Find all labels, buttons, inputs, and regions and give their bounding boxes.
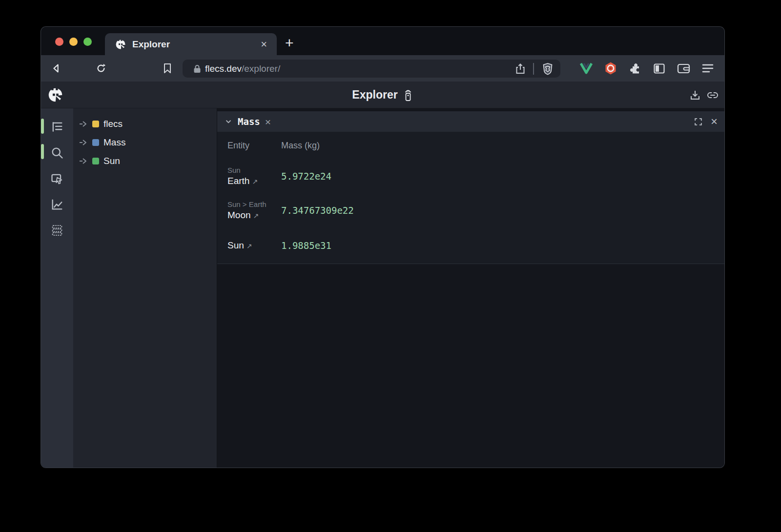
- traffic-lights: [55, 38, 92, 46]
- mass-value: 7.34767309e22: [281, 205, 354, 216]
- wallet-icon[interactable]: [677, 62, 690, 74]
- lock-icon: [193, 64, 201, 73]
- link-icon[interactable]: [707, 89, 719, 101]
- mass-value: 1.9885e31: [281, 240, 331, 251]
- tree-item-label: Sun: [103, 156, 120, 166]
- share-icon[interactable]: [515, 63, 525, 75]
- tree-panel-icon[interactable]: [49, 119, 65, 135]
- extension-icons: [580, 55, 714, 82]
- entity-parent-path: Sun > Earth: [227, 200, 281, 208]
- chevron-down-icon[interactable]: [224, 117, 233, 126]
- sidebar-toggle-icon[interactable]: [653, 62, 665, 75]
- browser-toolbar: flecs.dev/explorer/: [41, 55, 724, 82]
- tab-bar: Explorer × +: [41, 27, 724, 55]
- url-bar[interactable]: flecs.dev/explorer/: [183, 60, 560, 78]
- forward-button[interactable]: [67, 63, 90, 74]
- mass-value: 5.9722e24: [281, 171, 331, 182]
- entity-link[interactable]: Earth↗: [227, 176, 281, 186]
- external-link-arrow-icon: ↗: [253, 212, 259, 220]
- tree-item-mass[interactable]: Mass: [73, 133, 217, 152]
- brave-shield-icon[interactable]: [542, 62, 554, 75]
- tree-item-sun[interactable]: Sun: [73, 152, 217, 170]
- url-domain: flecs.dev: [205, 63, 242, 74]
- entity-parent-path: Sun: [227, 166, 281, 174]
- table-row: Sun↗ 1.9885e31: [217, 227, 724, 264]
- query-panel-empty-area: [217, 264, 724, 468]
- browser-window: Explorer × + flecs.dev/explorer/: [41, 27, 724, 468]
- tree-item-flecs[interactable]: flecs: [73, 115, 217, 133]
- entity-link[interactable]: Moon↗: [227, 210, 281, 221]
- query-panel: Mass × × Entity Mass (kg) Sun Earth↗: [217, 108, 724, 468]
- entity-color-swatch: [92, 139, 99, 146]
- vue-devtools-icon[interactable]: [580, 62, 593, 74]
- panel-close-icon[interactable]: ×: [711, 116, 718, 127]
- entity-link[interactable]: Sun↗: [227, 240, 281, 251]
- entity-tree-panel: flecs Mass Sun: [73, 108, 217, 468]
- divider: [533, 63, 534, 75]
- app-header: Explorer: [41, 82, 724, 108]
- entity-color-swatch: [92, 158, 99, 164]
- zoom-window-button[interactable]: [83, 38, 92, 46]
- expand-arrow-icon[interactable]: [79, 138, 88, 147]
- header-actions: [689, 82, 719, 108]
- table-row: Sun Earth↗ 5.9722e24: [217, 159, 724, 193]
- entity-color-swatch: [92, 121, 99, 127]
- chart-panel-icon[interactable]: [49, 197, 65, 212]
- reload-button[interactable]: [90, 63, 112, 74]
- extensions-puzzle-icon[interactable]: [629, 62, 641, 75]
- minimize-window-button[interactable]: [69, 38, 78, 46]
- remote-connection-icon[interactable]: [403, 89, 413, 102]
- left-icon-strip: [41, 108, 73, 468]
- expand-arrow-icon[interactable]: [79, 156, 88, 166]
- fullscreen-icon[interactable]: [694, 117, 703, 126]
- new-tab-button[interactable]: +: [285, 36, 294, 50]
- app-content: flecs Mass Sun: [41, 108, 724, 468]
- active-panel-indicator-query: [41, 144, 44, 159]
- hexagon-extension-icon[interactable]: [604, 61, 617, 75]
- back-button[interactable]: [45, 63, 67, 74]
- tab-title: Explorer: [132, 39, 258, 50]
- search-panel-icon[interactable]: [49, 145, 65, 161]
- bookmark-icon[interactable]: [156, 63, 179, 74]
- table-row: Sun > Earth Moon↗ 7.34767309e22: [217, 193, 724, 227]
- page-title-group: Explorer: [41, 82, 724, 108]
- active-panel-indicator-tree: [41, 119, 44, 134]
- expand-arrow-icon[interactable]: [79, 119, 88, 129]
- column-header-value: Mass (kg): [281, 141, 320, 151]
- table-panel-icon[interactable]: [49, 223, 65, 238]
- close-window-button[interactable]: [55, 38, 63, 46]
- external-link-arrow-icon: ↗: [247, 242, 252, 250]
- flecs-favicon-icon: [115, 39, 126, 50]
- query-close-icon[interactable]: ×: [265, 117, 271, 127]
- tree-item-label: flecs: [103, 119, 123, 129]
- query-panel-header[interactable]: Mass × ×: [217, 111, 724, 132]
- tab-close-icon[interactable]: ×: [258, 38, 270, 51]
- table-header-row: Entity Mass (kg): [217, 132, 724, 159]
- query-title: Mass: [238, 116, 260, 127]
- query-result-table: Entity Mass (kg) Sun Earth↗ 5.9722e24 Su…: [217, 132, 724, 264]
- menu-icon[interactable]: [702, 63, 714, 74]
- page-title: Explorer: [352, 88, 397, 102]
- inspector-panel-icon[interactable]: [49, 171, 65, 186]
- column-header-entity: Entity: [217, 141, 281, 151]
- browser-tab[interactable]: Explorer ×: [105, 33, 277, 55]
- url-text: flecs.dev/explorer/: [205, 63, 280, 74]
- download-icon[interactable]: [689, 89, 701, 101]
- tree-item-label: Mass: [103, 137, 125, 148]
- external-link-arrow-icon: ↗: [252, 178, 258, 185]
- url-path: /explorer/: [242, 63, 280, 74]
